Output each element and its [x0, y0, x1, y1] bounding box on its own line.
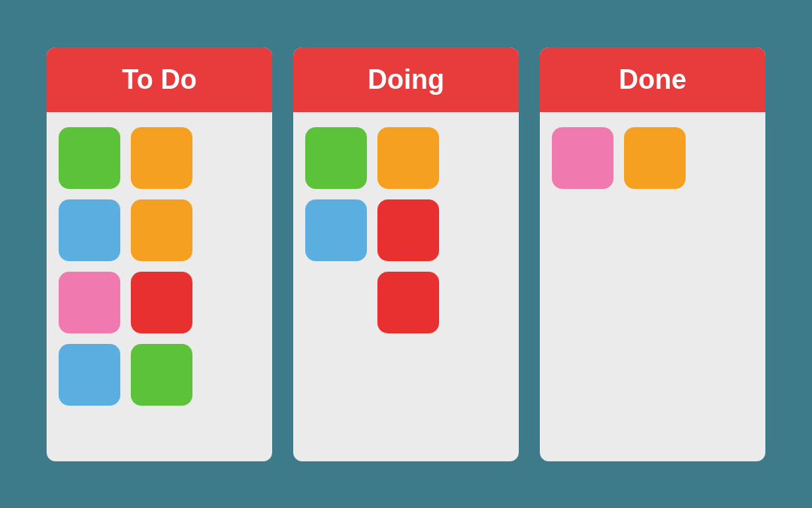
card[interactable] — [552, 127, 614, 189]
card[interactable] — [624, 127, 686, 189]
column-doing: Doing — [293, 47, 519, 461]
card[interactable] — [131, 127, 192, 189]
card[interactable] — [377, 127, 439, 189]
card[interactable] — [131, 199, 192, 261]
column-todo-body — [47, 112, 272, 421]
card[interactable] — [305, 127, 367, 189]
card[interactable] — [131, 344, 192, 406]
column-todo: To Do — [47, 47, 272, 461]
column-done: Done — [540, 47, 765, 461]
card[interactable] — [59, 127, 120, 189]
card[interactable] — [59, 344, 120, 406]
kanban-board: To Do Doing Done — [17, 17, 795, 491]
column-done-header: Done — [540, 47, 765, 112]
card[interactable] — [305, 199, 367, 261]
column-doing-title: Doing — [368, 64, 444, 95]
card[interactable] — [131, 272, 192, 333]
column-todo-header: To Do — [47, 47, 272, 112]
column-doing-body — [293, 112, 519, 348]
column-doing-header: Doing — [293, 47, 519, 112]
card[interactable] — [59, 272, 120, 333]
column-done-title: Done — [619, 64, 686, 95]
card[interactable] — [377, 199, 439, 261]
card[interactable] — [377, 272, 439, 333]
card[interactable] — [59, 199, 120, 261]
column-done-body — [540, 112, 765, 204]
column-todo-title: To Do — [122, 64, 196, 95]
